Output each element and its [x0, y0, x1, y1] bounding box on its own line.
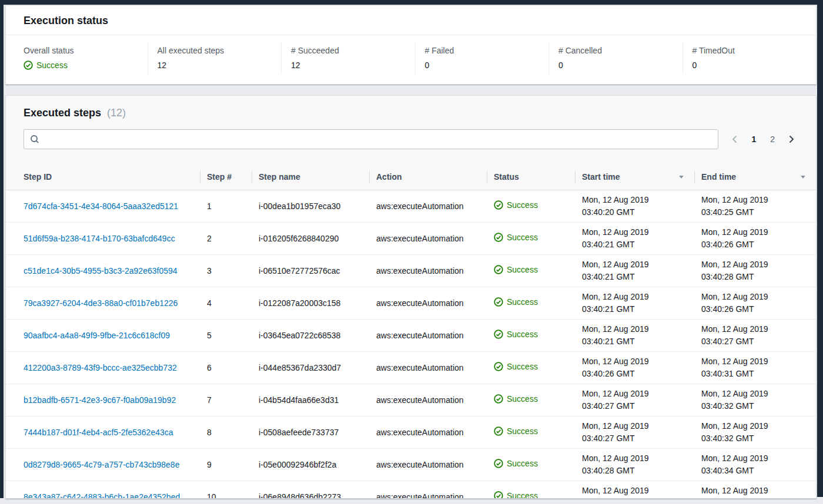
table-row: 412200a3-8789-43f9-bccc-ae325ecbb7326i-0…: [6, 351, 816, 384]
end-time-cell: Mon, 12 Aug 201903:40:34 GMT: [694, 481, 816, 499]
console-frame-left: [0, 0, 4, 498]
action-cell: aws:executeAutomation: [369, 481, 487, 499]
start-time-cell: Mon, 12 Aug 201903:40:21 GMT: [575, 222, 694, 254]
step-id-link[interactable]: 51d6f59a-b238-4174-b170-63bafcd649cc: [24, 234, 175, 243]
action-cell: aws:executeAutomation: [369, 254, 487, 287]
step-number-cell: 10: [200, 481, 252, 499]
step-name-cell: i-0122087a20003c158: [252, 287, 369, 319]
overall-status-text: Success: [36, 61, 68, 70]
status-text: Success: [507, 394, 538, 404]
action-cell: aws:executeAutomation: [369, 222, 487, 254]
table-row: b12badfb-6571-42e3-9c67-f0ab09a19b927i-0…: [6, 384, 816, 416]
success-check-icon: [24, 61, 33, 70]
end-time-cell: Mon, 12 Aug 201903:40:26 GMT: [694, 287, 816, 319]
status-text: Success: [507, 297, 538, 307]
step-number-cell: 7: [200, 384, 252, 416]
start-time-cell: Mon, 12 Aug 201903:40:27 GMT: [575, 416, 694, 448]
action-cell: aws:executeAutomation: [369, 384, 487, 416]
table-row: 90aafbc4-a4a8-49f9-9fbe-21c6c618cf095i-0…: [6, 319, 816, 351]
start-time-cell: Mon, 12 Aug 201903:40:28 GMT: [575, 448, 694, 481]
success-check-icon: [494, 459, 503, 468]
success-check-icon: [494, 200, 503, 210]
start-time-cell: Mon, 12 Aug 201903:40:29 GMT: [575, 481, 694, 499]
executed-steps-title: Executed steps: [24, 107, 101, 119]
stat-value: 12: [291, 61, 406, 70]
status-badge: Success: [494, 200, 538, 210]
table-row: 51d6f59a-b238-4174-b170-63bafcd649cc2i-0…: [6, 222, 816, 254]
execution-status-title: Execution status: [24, 15, 108, 26]
status-text: Success: [507, 265, 538, 274]
end-time-cell: Mon, 12 Aug 201903:40:27 GMT: [694, 319, 816, 351]
step-id-link[interactable]: 0d8279d8-9665-4c79-a757-cb743cb98e8e: [24, 460, 179, 469]
success-check-icon: [494, 362, 503, 371]
executed-steps-table: Step ID Step # Step name Action Status S…: [6, 164, 816, 499]
step-id-link[interactable]: 412200a3-8789-43f9-bccc-ae325ecbb732: [24, 363, 177, 372]
end-time-cell: Mon, 12 Aug 201903:40:25 GMT: [694, 190, 816, 222]
status-text: Success: [507, 330, 538, 339]
step-number-cell: 9: [200, 448, 252, 481]
status-text: Success: [507, 459, 538, 468]
step-id-link[interactable]: 90aafbc4-a4a8-49f9-9fbe-21c6c618cf09: [24, 331, 170, 340]
next-page-button[interactable]: [784, 132, 798, 146]
table-row: 8e343a87-c642-4883-b6cb-1ae2e4352bed10i-…: [6, 481, 816, 499]
table-row: 79ca3927-6204-4de3-88a0-cf01b7eb12264i-0…: [6, 287, 816, 319]
overall-status-badge: Success: [24, 61, 68, 70]
executed-steps-panel: Executed steps (12) 1 2: [5, 95, 817, 499]
step-id-link[interactable]: 7444b187-d01f-4eb4-acf5-2fe5362e43ca: [24, 428, 173, 437]
stat-overall-status: Overall status Success: [6, 43, 148, 74]
step-number-cell: 4: [200, 287, 252, 319]
start-time-cell: Mon, 12 Aug 201903:40:21 GMT: [575, 287, 694, 319]
status-text: Success: [507, 491, 538, 499]
step-id-link[interactable]: 8e343a87-c642-4883-b6cb-1ae2e4352bed: [24, 492, 180, 499]
end-time-cell: Mon, 12 Aug 201903:40:31 GMT: [694, 351, 816, 384]
step-name-cell: i-04b54d4faa66e3d31: [252, 384, 369, 416]
action-cell: aws:executeAutomation: [369, 416, 487, 448]
success-check-icon: [494, 491, 503, 499]
success-check-icon: [494, 265, 503, 274]
table-row: 7444b187-d01f-4eb4-acf5-2fe5362e43ca8i-0…: [6, 416, 816, 448]
sort-descending-icon[interactable]: [799, 173, 807, 180]
step-name-cell: i-03645ea0722c68538: [252, 319, 369, 351]
step-number-cell: 1: [200, 190, 252, 222]
executed-steps-header: Executed steps (12) 1 2: [6, 96, 816, 164]
stat-failed: # Failed 0: [415, 43, 549, 74]
page-2-button[interactable]: 2: [765, 132, 779, 146]
end-time-cell: Mon, 12 Aug 201903:40:32 GMT: [694, 416, 816, 448]
step-name-cell: i-00dea1b01957eca30: [252, 190, 369, 222]
search-icon: [30, 135, 39, 144]
column-header-start-time[interactable]: Start time: [575, 164, 694, 190]
execution-status-header: Execution status: [6, 6, 816, 35]
stat-label: All executed steps: [158, 46, 272, 55]
step-name-cell: i-0508aefeede733737: [252, 416, 369, 448]
status-badge: Success: [494, 233, 538, 242]
step-name-cell: i-06e8948d636db2273: [252, 481, 369, 499]
step-name-cell: i-06510e72772576cac: [252, 254, 369, 287]
step-name-cell: i-016205f6268840290: [252, 222, 369, 254]
table-row: 0d8279d8-9665-4c79-a757-cb743cb98e8e9i-0…: [6, 448, 816, 481]
status-badge: Success: [494, 330, 538, 339]
search-input[interactable]: [44, 134, 712, 145]
step-id-link[interactable]: 7d674cfa-3451-4e34-8064-5aaa32ed5121: [24, 201, 178, 211]
column-header-end-time[interactable]: End time: [694, 164, 816, 190]
step-id-link[interactable]: 79ca3927-6204-4de3-88a0-cf01b7eb1226: [24, 298, 178, 308]
stat-cancelled: # Cancelled 0: [548, 43, 683, 74]
stat-label: # Succeeded: [291, 46, 406, 55]
executed-steps-table-body: 7d674cfa-3451-4e34-8064-5aaa32ed51211i-0…: [6, 190, 816, 499]
search-box[interactable]: [24, 129, 718, 149]
status-badge: Success: [494, 265, 538, 274]
stat-value: 0: [425, 61, 540, 70]
page-1-button[interactable]: 1: [747, 132, 761, 146]
step-id-link[interactable]: c51de1c4-30b5-4955-b3c3-2a92e63f0594: [24, 266, 178, 275]
chevron-left-icon: [730, 135, 740, 144]
step-number-cell: 3: [200, 254, 252, 287]
sort-descending-icon[interactable]: [678, 173, 685, 180]
column-header-status: Status: [487, 164, 575, 190]
previous-page-button[interactable]: [728, 132, 742, 146]
step-number-cell: 5: [200, 319, 252, 351]
step-number-cell: 2: [200, 222, 252, 254]
success-check-icon: [494, 330, 503, 339]
executed-steps-count: (12): [107, 107, 126, 119]
stat-timedout: # TimedOut 0: [683, 43, 817, 74]
step-id-link[interactable]: b12badfb-6571-42e3-9c67-f0ab09a19b92: [24, 395, 176, 405]
step-number-cell: 8: [200, 416, 252, 448]
